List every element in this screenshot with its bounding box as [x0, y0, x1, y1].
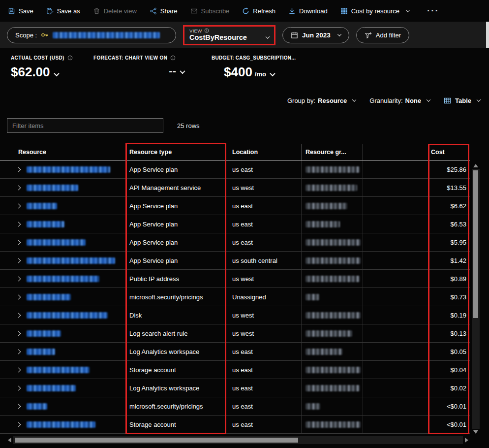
info-icon[interactable]	[67, 55, 73, 61]
actual-cost-value[interactable]: $62.00	[11, 64, 93, 80]
download-button[interactable]: Download	[288, 7, 328, 15]
chevron-right-icon	[16, 185, 21, 190]
view-mode-selector[interactable]: Table	[444, 97, 480, 104]
location-cell: us east	[226, 397, 301, 415]
column-header-resource-type[interactable]: Resource type	[126, 144, 226, 160]
chevron-right-icon	[16, 349, 21, 354]
vertical-scroll-thumb[interactable]	[473, 170, 478, 318]
resource-name-cell	[25, 185, 126, 191]
refresh-button[interactable]: Refresh	[242, 7, 275, 15]
table-row[interactable]: Public IP address us west $0.89	[0, 270, 470, 288]
table-row[interactable]: App Service plan us south central $1.42	[0, 252, 470, 270]
delete-view-button[interactable]: Delete view	[93, 7, 137, 15]
refresh-icon	[242, 7, 249, 15]
resource-group-redacted	[306, 185, 357, 191]
forecast-amount: --	[169, 64, 176, 77]
table-row[interactable]: microsoft.security/pricings Unassigned $…	[0, 288, 470, 306]
row-expander[interactable]	[12, 277, 25, 281]
resource-name-cell	[25, 203, 126, 209]
resource-group-cell	[301, 252, 363, 269]
location-cell: us east	[226, 233, 301, 251]
actual-cost-amount: $62.00	[11, 64, 50, 80]
row-expander[interactable]	[12, 368, 25, 372]
add-filter-label: Add filter	[376, 32, 401, 39]
group-by-value: Resource	[318, 97, 347, 104]
horizontal-scroll-track[interactable]	[13, 436, 463, 444]
table-row[interactable]: Storage account us east $0.04	[0, 361, 470, 379]
table-row[interactable]: Storage account us east <$0.01	[0, 416, 470, 434]
scroll-right-arrow[interactable]	[465, 438, 468, 443]
table-row[interactable]: Disk us west $0.19	[0, 306, 470, 324]
scroll-up-arrow[interactable]	[473, 164, 478, 167]
row-expander[interactable]	[12, 314, 25, 317]
add-filter-button[interactable]: Add filter	[356, 27, 409, 43]
column-header-resource-group[interactable]: Resource gr...	[301, 144, 363, 160]
share-label: Share	[160, 7, 178, 15]
location-cell: us west	[226, 306, 301, 324]
filter-items-input[interactable]	[7, 118, 163, 133]
column-header-resource[interactable]: Resource	[12, 149, 126, 156]
group-by-selector[interactable]: Group by: Resource	[287, 97, 356, 104]
save-as-button[interactable]: Save as	[46, 7, 80, 15]
vertical-scroll-track[interactable]	[472, 169, 480, 429]
info-icon[interactable]	[204, 28, 209, 33]
budget-label: BUDGET: CASG_SUBSCRIPTION...	[212, 55, 296, 61]
table-row[interactable]: Log Analytics workspace us east $0.02	[0, 379, 470, 397]
chevron-right-icon	[16, 422, 21, 427]
resource-name-cell	[25, 294, 126, 300]
scope-selector[interactable]: Scope :	[7, 27, 176, 43]
budget-value[interactable]: $400 /mo	[212, 64, 296, 80]
forecast-value[interactable]: --	[93, 64, 212, 77]
table-row[interactable]: App Service plan us east $6.62	[0, 197, 470, 215]
actual-cost-label: ACTUAL COST (USD)	[11, 55, 64, 61]
share-button[interactable]: Share	[150, 7, 178, 15]
info-icon[interactable]	[170, 55, 176, 61]
row-expander[interactable]	[12, 223, 25, 226]
column-header-cost[interactable]: Cost	[363, 144, 470, 160]
table-row[interactable]: Log Analytics workspace us east $0.05	[0, 343, 470, 361]
row-expander[interactable]	[12, 241, 25, 244]
table-row[interactable]: App Service plan us east $5.95	[0, 233, 470, 252]
granularity-value: None	[405, 97, 422, 104]
row-expander[interactable]	[12, 423, 25, 426]
row-expander[interactable]	[12, 295, 25, 299]
command-bar: Save Save as Delete view Share Subscribe…	[0, 0, 489, 22]
scroll-down-arrow[interactable]	[473, 430, 478, 434]
cost-by-resource-menu[interactable]: Cost by resource	[340, 7, 409, 15]
page-scrollbar-fragment[interactable]	[486, 22, 489, 48]
table-row[interactable]: API Management service us west $13.55	[0, 179, 470, 197]
row-expander[interactable]	[12, 350, 25, 353]
granularity-selector[interactable]: Granularity: None	[369, 97, 430, 104]
calendar-icon	[291, 32, 298, 39]
more-button[interactable]: ···	[422, 5, 439, 16]
resource-name-redacted	[27, 367, 90, 373]
subscribe-button[interactable]: Subscribe	[190, 7, 230, 15]
resource-group-redacted	[306, 385, 360, 391]
scroll-left-arrow[interactable]	[8, 438, 11, 443]
vertical-scrollbar[interactable]	[472, 162, 480, 435]
row-expander[interactable]	[12, 405, 25, 408]
horizontal-scrollbar[interactable]	[6, 436, 470, 444]
rows-count: 25 rows	[177, 122, 200, 129]
column-header-location[interactable]: Location	[226, 144, 301, 160]
date-range-selector[interactable]: Jun 2023	[282, 27, 349, 43]
row-expander[interactable]	[12, 386, 25, 390]
row-expander[interactable]	[12, 332, 25, 335]
table-row[interactable]: Log search alert rule us west $0.13	[0, 324, 470, 343]
table-row[interactable]: App Service plan us east $6.53	[0, 215, 470, 233]
row-expander[interactable]	[12, 204, 25, 208]
save-button[interactable]: Save	[8, 7, 33, 15]
actual-cost-label-row: ACTUAL COST (USD)	[11, 55, 93, 61]
horizontal-scroll-thumb[interactable]	[15, 438, 298, 443]
view-selector[interactable]: VIEW CostByResource	[183, 25, 275, 45]
table-row[interactable]: microsoft.security/pricings us east <$0.…	[0, 397, 470, 416]
row-expander[interactable]	[12, 168, 25, 171]
resource-group-cell	[301, 397, 363, 415]
table-row[interactable]: App Service plan us east $25.86	[0, 160, 470, 179]
row-expander[interactable]	[12, 186, 25, 190]
resource-type-cell: App Service plan	[126, 233, 226, 251]
cost-cell: $1.42	[363, 252, 470, 269]
resource-group-cell	[301, 343, 363, 360]
table-icon	[444, 97, 451, 104]
row-expander[interactable]	[12, 259, 25, 262]
